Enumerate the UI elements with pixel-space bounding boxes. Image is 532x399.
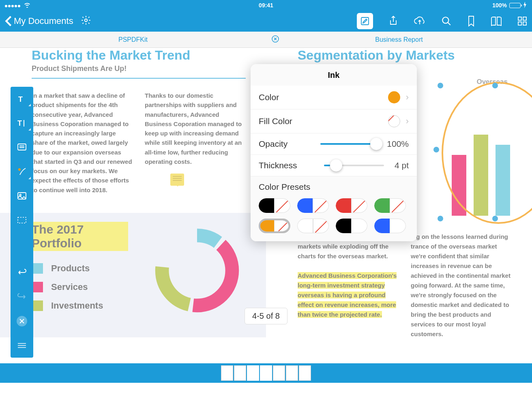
page-title: Segmentation by Markets	[298, 48, 532, 63]
page-indicator: 4-5 of 8	[245, 308, 287, 324]
body-text: Thanks to our domestic partnerships with…	[145, 91, 246, 195]
svg-rect-4	[523, 17, 526, 20]
annotate-button[interactable]	[357, 13, 373, 29]
page-left: Bucking the Market Trend Product Shipmen…	[0, 48, 266, 363]
svg-text:T: T	[18, 95, 23, 103]
color-preset-selected[interactable]	[259, 219, 290, 233]
thumbnails-button[interactable]	[517, 16, 527, 26]
image-tool[interactable]	[11, 190, 33, 203]
gear-icon	[81, 15, 91, 26]
grid-icon	[517, 16, 527, 26]
cloud-upload-icon	[414, 16, 426, 26]
nav-bar: My Documents	[0, 11, 532, 32]
color-preset[interactable]	[374, 219, 406, 233]
close-toolbar-button[interactable]	[11, 315, 33, 328]
status-time: 09:41	[259, 2, 273, 9]
bookmark-icon	[467, 15, 475, 27]
battery-icon	[509, 3, 521, 8]
chevron-right-icon: ›	[406, 92, 409, 103]
close-icon	[272, 35, 279, 43]
color-row[interactable]: Color ›	[251, 86, 417, 109]
text-highlight-tool[interactable]: T	[11, 92, 33, 105]
color-preset[interactable]	[374, 198, 406, 213]
selection-handle[interactable]	[438, 83, 443, 88]
undo-button[interactable]	[11, 266, 33, 279]
page-title: Bucking the Market Trend	[32, 48, 266, 63]
chevron-left-icon	[5, 15, 12, 27]
svg-rect-14	[18, 144, 26, 150]
tab-business-report[interactable]: Business Report	[266, 32, 532, 47]
outline-button[interactable]	[491, 16, 502, 26]
svg-point-15	[18, 168, 21, 171]
share-icon	[388, 15, 398, 27]
svg-point-2	[442, 17, 448, 23]
page-thumbnail[interactable]	[234, 365, 246, 381]
thickness-slider[interactable]	[324, 165, 384, 166]
note-tool[interactable]	[11, 141, 33, 154]
document-viewport[interactable]: Bucking the Market Trend Product Shipmen…	[0, 48, 532, 363]
svg-rect-5	[518, 22, 521, 25]
no-fill-swatch	[388, 115, 400, 127]
selection-handle[interactable]	[492, 83, 498, 88]
color-preset[interactable]	[259, 198, 290, 213]
donut-chart	[148, 222, 246, 319]
drag-handle[interactable]	[11, 339, 33, 352]
edit-icon	[360, 16, 370, 26]
tab-pspdfkit[interactable]: PSPDFKit	[0, 32, 266, 47]
color-preset[interactable]	[297, 219, 329, 233]
svg-rect-13	[24, 120, 24, 127]
fill-color-row[interactable]: Fill Color ›	[251, 109, 417, 133]
page-subtitle: Product Shipments Are Up!	[32, 64, 266, 73]
back-label: My Documents	[14, 16, 73, 26]
body-text: ing on the lessons learned during trance…	[411, 232, 512, 339]
settings-button[interactable]	[81, 15, 91, 27]
book-icon	[491, 16, 502, 26]
ink-inspector-popover: Ink Color › Fill Color › Opacity 100% Th…	[251, 64, 417, 241]
selection-handle[interactable]	[433, 147, 439, 152]
free-text-tool[interactable]: T	[11, 117, 33, 130]
redo-button[interactable]	[11, 290, 33, 303]
share-button[interactable]	[388, 15, 398, 27]
page-thumbnail[interactable]	[247, 365, 259, 381]
svg-rect-3	[518, 17, 521, 20]
search-button[interactable]	[441, 16, 452, 26]
ink-tool[interactable]	[11, 165, 33, 178]
charging-icon	[523, 2, 527, 9]
status-bar: 09:41 100%	[0, 0, 532, 11]
selection-tool[interactable]	[11, 214, 33, 227]
bookmark-button[interactable]	[467, 15, 475, 27]
color-preset[interactable]	[336, 198, 367, 213]
close-tab-button[interactable]	[272, 35, 279, 44]
svg-text:T: T	[17, 119, 22, 127]
page-thumbnail[interactable]	[286, 365, 298, 381]
annotation-toolbar: T T	[11, 87, 33, 358]
color-preset[interactable]	[336, 219, 367, 233]
signal-dots-icon	[5, 2, 21, 9]
note-annotation[interactable]	[170, 174, 184, 186]
section-title-highlighted: The 2017 Portfolio	[32, 222, 128, 251]
highlighted-text: Advanced Business Corporation's long-ter…	[298, 272, 397, 318]
back-button[interactable]: My Documents	[5, 15, 73, 27]
color-preset[interactable]	[297, 198, 329, 213]
svg-point-0	[84, 19, 87, 22]
color-swatch	[388, 91, 400, 103]
cloud-button[interactable]	[414, 16, 426, 26]
popover-title: Ink	[251, 64, 417, 86]
battery-percent: 100%	[492, 2, 507, 9]
document-tabs: PSPDFKit Business Report	[0, 32, 532, 48]
chevron-right-icon: ›	[406, 116, 409, 127]
legend-item: Products	[32, 263, 128, 274]
thumbnail-scrubber[interactable]	[0, 363, 532, 383]
color-presets-grid	[251, 196, 417, 241]
page-thumbnail[interactable]	[260, 365, 272, 381]
page-thumbnail[interactable]	[221, 365, 233, 381]
svg-rect-18	[18, 217, 26, 223]
body-text: the domestic and continental markets whi…	[298, 232, 399, 339]
thickness-row: Thickness 4 pt	[251, 155, 417, 176]
page-thumbnail[interactable]	[299, 365, 311, 381]
opacity-slider[interactable]	[320, 143, 376, 145]
selection-handle[interactable]	[438, 216, 443, 221]
page-thumbnail[interactable]	[273, 365, 285, 381]
legend-item: Investments	[32, 300, 128, 311]
selection-handle[interactable]	[492, 216, 498, 221]
